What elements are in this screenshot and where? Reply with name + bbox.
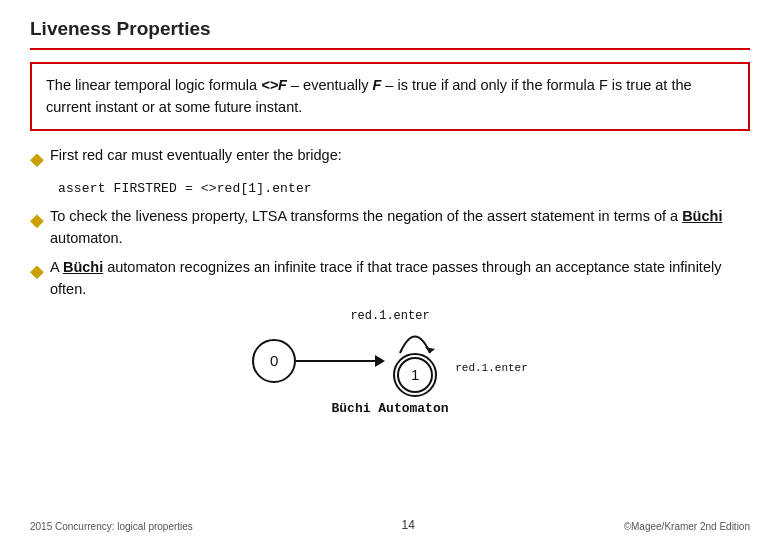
- slide-title: Liveness Properties: [30, 18, 750, 40]
- slide: Liveness Properties The linear temporal …: [0, 0, 780, 540]
- footer-left: 2015 Concurrency: logical properties: [30, 521, 193, 532]
- bullet-2-text1: To check the liveness property, LTSA tra…: [50, 208, 682, 224]
- self-loop-svg: [385, 325, 445, 355]
- buchi-label: Büchi Automaton: [331, 401, 448, 416]
- bullet-item-3: ◆ A Büchi automaton recognizes an infini…: [30, 257, 750, 301]
- footer-right: ©Magee/Kramer 2nd Edition: [624, 521, 750, 532]
- bullet-2-bold: Büchi: [682, 208, 722, 224]
- node-1-container: 1: [393, 353, 437, 397]
- def-formula: <>F: [261, 77, 287, 93]
- node-1-label: 1: [411, 366, 419, 383]
- bullet-item-2: ◆ To check the liveness property, LTSA t…: [30, 206, 750, 250]
- def-text2: – eventually: [287, 77, 372, 93]
- definition-box: The linear temporal logic formula <>F – …: [30, 62, 750, 131]
- bullet-diamond-2: ◆: [30, 207, 44, 234]
- self-loop-label: red.1.enter: [455, 362, 528, 374]
- bullet-item-1: ◆ First red car must eventually enter th…: [30, 145, 750, 173]
- def-formula-f: F: [372, 77, 381, 93]
- footer-row: 2015 Concurrency: logical properties 14 …: [30, 518, 750, 532]
- bullet-3-bold: Büchi: [63, 259, 103, 275]
- bullet-2-text: To check the liveness property, LTSA tra…: [50, 206, 750, 250]
- bullet-3-text: A Büchi automaton recognizes an infinite…: [50, 257, 750, 301]
- self-loop-path: [400, 336, 430, 353]
- bullet-1-text: First red car must eventually enter the …: [50, 145, 342, 167]
- node-1-area: 1: [385, 325, 445, 397]
- bullet-2-text2: automaton.: [50, 230, 123, 246]
- code-block-1: assert FIRSTRED = <>red[1].enter: [58, 181, 750, 196]
- arc-top-label: red.1.enter: [350, 309, 429, 323]
- bullet-diamond-1: ◆: [30, 146, 44, 173]
- arrowhead: [375, 355, 385, 367]
- line-horiz: [296, 360, 376, 362]
- bullet-diamond-3: ◆: [30, 258, 44, 285]
- page-number: 14: [402, 518, 415, 532]
- bullet-3-text1: A: [50, 259, 63, 275]
- bullet-3-text2: automaton recognizes an infinite trace i…: [50, 259, 721, 297]
- arrow-0-to-1: [296, 355, 385, 367]
- def-text1: The linear temporal logic formula: [46, 77, 261, 93]
- node-0: 0: [252, 339, 296, 383]
- nodes-row: 0 1: [252, 325, 528, 397]
- title-divider: [30, 48, 750, 50]
- node-1-inner: 1: [397, 357, 433, 393]
- diagram-area: red.1.enter 0 1: [30, 309, 750, 416]
